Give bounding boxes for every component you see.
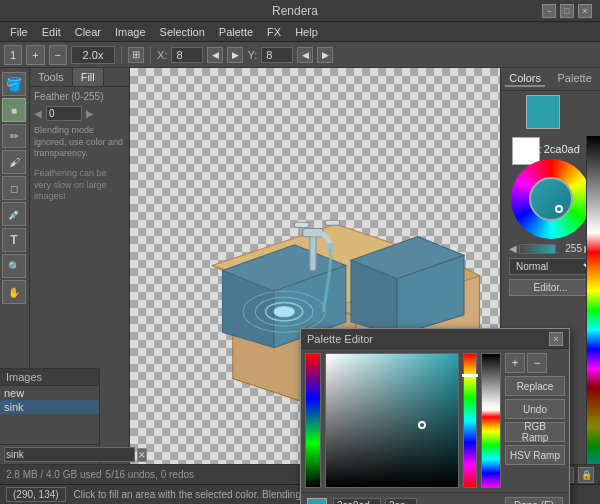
undo-button[interactable]: Undo	[505, 399, 565, 419]
done-button[interactable]: Done (E)	[505, 497, 563, 504]
image-item-sink[interactable]: sink	[0, 400, 99, 414]
x-coord[interactable]: 8	[171, 47, 203, 63]
x-label: X:	[157, 49, 167, 61]
image-list-spacer	[0, 414, 99, 444]
memory-info: 2.8 MB / 4.0 GB used	[6, 469, 102, 480]
pencil-tool[interactable]: ✏	[2, 124, 26, 148]
text-tool[interactable]: T	[2, 228, 26, 252]
sv-cursor	[418, 421, 426, 429]
images-panel-header: Images	[0, 369, 99, 386]
replace-button[interactable]: Replace	[505, 376, 565, 396]
alpha-slider[interactable]	[519, 244, 556, 254]
alpha-value: 255	[558, 243, 582, 254]
toolbar-separator-1	[121, 46, 122, 64]
eyedropper-tool[interactable]: 💉	[2, 202, 26, 226]
y-nav-left-icon[interactable]: ◀	[297, 47, 313, 63]
tab-colors[interactable]: Colors	[505, 71, 545, 87]
hsv-ramp-button[interactable]: HSV Ramp	[505, 445, 565, 465]
toolbar: 1 + − 2.0x ⊞ X: 8 ◀ ▶ Y: 8 ◀ ▶	[0, 42, 600, 68]
maximize-button[interactable]: □	[560, 4, 574, 18]
plus-minus-row: + −	[505, 353, 565, 373]
status-icon-3[interactable]: 🔒	[578, 467, 594, 483]
hex-input-field[interactable]	[333, 498, 381, 504]
sub-page-button[interactable]: −	[49, 45, 67, 65]
add-page-button[interactable]: +	[26, 45, 44, 65]
feather-warning: Feathering can be very slow on large ima…	[34, 168, 125, 203]
palette-strip[interactable]	[586, 136, 600, 504]
menu-image[interactable]: Image	[109, 24, 152, 40]
y-coord[interactable]: 8	[261, 47, 293, 63]
images-panel: Images new sink ✕	[0, 368, 100, 464]
fg-bg-colors	[505, 95, 596, 139]
color-ramp-bar[interactable]	[305, 353, 321, 488]
image-item-new[interactable]: new	[0, 386, 99, 400]
coordinates-display: (290, 134)	[6, 487, 66, 502]
feather-row: Feather (0-255)	[34, 91, 125, 102]
tab-fill[interactable]: Fill	[73, 68, 104, 86]
image-delete-button[interactable]: ✕	[137, 448, 147, 462]
hue-bar[interactable]	[463, 353, 477, 488]
feather-input[interactable]	[46, 106, 82, 121]
menu-edit[interactable]: Edit	[36, 24, 67, 40]
palette-plus-button[interactable]: +	[505, 353, 525, 373]
palette-editor-title: Palette Editor	[307, 333, 373, 345]
image-name-input[interactable]	[4, 447, 135, 462]
page-number[interactable]: 1	[4, 45, 22, 65]
alpha-slider-row: ◀ 255 ▶	[505, 243, 596, 254]
menu-clear[interactable]: Clear	[69, 24, 107, 40]
menu-fx[interactable]: FX	[261, 24, 287, 40]
color-wheel-inner	[529, 177, 573, 221]
rgb-ramp-button[interactable]: RGB Ramp	[505, 422, 565, 442]
fill-tool[interactable]: ■	[2, 98, 26, 122]
alpha-arrow-left[interactable]: ◀	[509, 243, 517, 254]
zoom-tool[interactable]: 🔍	[2, 254, 26, 278]
blend-mode-select[interactable]: Normal	[509, 258, 597, 275]
zoom-display: 2.0x	[71, 46, 115, 64]
menu-selection[interactable]: Selection	[154, 24, 211, 40]
svg-rect-20	[294, 222, 308, 227]
tools-fill-tabs: Tools Fill	[30, 68, 129, 87]
feather-arrow-right[interactable]: ▶	[86, 108, 94, 119]
shorthand-field[interactable]	[385, 498, 417, 504]
menu-palette[interactable]: Palette	[213, 24, 259, 40]
feather-label: Feather (0-255)	[34, 91, 125, 102]
palette-minus-button[interactable]: −	[527, 353, 547, 373]
tab-palette[interactable]: Palette	[554, 71, 596, 87]
palette-editor-titlebar: Palette Editor ×	[301, 329, 569, 349]
menu-help[interactable]: Help	[289, 24, 324, 40]
tab-tools[interactable]: Tools	[30, 68, 73, 86]
paint-bucket-tool[interactable]: 🪣	[2, 72, 26, 96]
hex-value: 2ca0ad	[544, 143, 580, 155]
undos-info: 5/16 undos, 0 redos	[106, 469, 194, 480]
hue-cursor	[462, 374, 478, 377]
hand-tool[interactable]: ✋	[2, 280, 26, 304]
y-nav-right-icon[interactable]: ▶	[317, 47, 333, 63]
window-controls: − □ ×	[542, 4, 592, 18]
svg-rect-21	[325, 220, 339, 225]
feather-arrow-left[interactable]: ◀	[34, 108, 42, 119]
feather-value-row: ◀ ▶	[34, 106, 125, 121]
palette-gradient-area	[305, 353, 501, 488]
color-wheel-container[interactable]	[511, 159, 591, 239]
palette-swatches[interactable]	[481, 353, 501, 488]
sv-picker[interactable]	[325, 353, 459, 488]
brush-tool[interactable]: 🖌	[2, 150, 26, 174]
color-cursor	[555, 205, 563, 213]
palette-editor-close-button[interactable]: ×	[549, 332, 563, 346]
menu-file[interactable]: File	[4, 24, 34, 40]
current-color-swatch	[307, 498, 327, 505]
eraser-tool[interactable]: ◻	[2, 176, 26, 200]
menu-bar: File Edit Clear Image Selection Palette …	[0, 22, 600, 42]
svg-point-12	[274, 307, 295, 317]
hex-input-group	[333, 498, 417, 504]
editor-button[interactable]: Editor...	[509, 279, 592, 296]
grid-icon[interactable]: ⊞	[128, 47, 144, 63]
foreground-color[interactable]	[526, 95, 560, 129]
minimize-button[interactable]: −	[542, 4, 556, 18]
x-nav-right-icon[interactable]: ▶	[227, 47, 243, 63]
toolbar-separator-2	[150, 46, 151, 64]
title-bar: Rendera − □ ×	[0, 0, 600, 22]
close-button[interactable]: ×	[578, 4, 592, 18]
window-title: Rendera	[48, 4, 542, 18]
x-nav-left-icon[interactable]: ◀	[207, 47, 223, 63]
